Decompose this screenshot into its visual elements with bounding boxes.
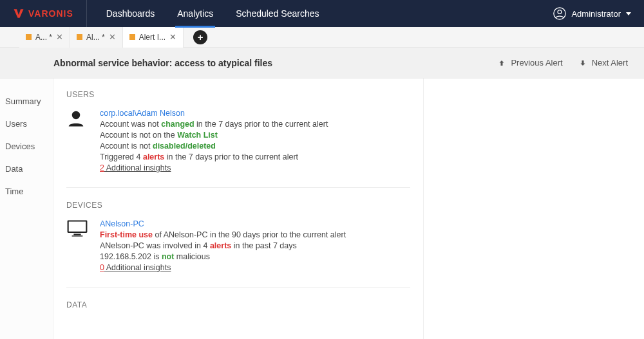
user-menu[interactable]: Administrator xyxy=(553,7,631,20)
devices-line-3: 192.168.5.202 is not malicious xyxy=(100,252,410,261)
top-navbar: VARONIS Dashboards Analytics Scheduled S… xyxy=(0,0,644,27)
svg-rect-5 xyxy=(73,234,80,235)
sidebar-item-users[interactable]: Users xyxy=(0,113,53,135)
tab-label: Alert I... xyxy=(139,33,166,42)
user-name: Administrator xyxy=(571,9,621,19)
tab-label: A... * xyxy=(35,33,52,42)
tab-bar: A... * ✕ Al... * ✕ Alert I... ✕ + xyxy=(0,27,644,48)
previous-alert-label: Previous Alert xyxy=(511,58,562,68)
tab-indicator-icon xyxy=(129,34,135,40)
previous-alert-button[interactable]: Previous Alert xyxy=(498,58,562,68)
tab-2[interactable]: Alert I... ✕ xyxy=(123,27,184,48)
close-icon[interactable]: ✕ xyxy=(56,32,63,42)
nav-analytics[interactable]: Analytics xyxy=(177,0,213,27)
monitor-icon xyxy=(66,219,88,237)
devices-section: DEVICES ANelson-PC First-time use of ANe… xyxy=(66,201,410,288)
user-icon xyxy=(66,109,86,128)
alert-header-bar: Abnormal service behavior: access to aty… xyxy=(0,48,644,78)
user-avatar-icon xyxy=(553,7,566,20)
nav-links: Dashboards Analytics Scheduled Searches xyxy=(106,0,319,27)
nav-scheduled-searches[interactable]: Scheduled Searches xyxy=(236,0,319,27)
sidebar: Summary Users Devices Data Time xyxy=(0,78,53,339)
brand: VARONIS xyxy=(13,0,87,27)
data-section-title: DATA xyxy=(66,300,410,309)
devices-line-1: First-time use of ANelson-PC in the 90 d… xyxy=(100,230,410,239)
chevron-down-icon xyxy=(626,12,631,15)
sidebar-item-devices[interactable]: Devices xyxy=(0,135,53,158)
users-additional-insights[interactable]: 2 Additional insights xyxy=(100,163,410,172)
users-line-4: Triggered 4 alerts in the 7 days prior t… xyxy=(100,152,410,161)
svg-rect-6 xyxy=(72,235,83,236)
users-section: USERS corp.local\Adam Nelson Account was… xyxy=(66,90,410,188)
devices-additional-insights[interactable]: 0 Additional insights xyxy=(100,263,410,272)
devices-line-2: ANelson-PC was involved in 4 alerts in t… xyxy=(100,241,410,250)
arrow-up-icon xyxy=(498,59,506,67)
tab-1[interactable]: Al... * ✕ xyxy=(70,27,123,48)
device-principal-link[interactable]: ANelson-PC xyxy=(100,219,144,228)
sidebar-item-time[interactable]: Time xyxy=(0,180,53,203)
users-line-3: Account is not disabled/deleted xyxy=(100,142,410,151)
user-principal-link[interactable]: corp.local\Adam Nelson xyxy=(100,109,185,118)
tab-indicator-icon xyxy=(77,34,82,40)
close-icon[interactable]: ✕ xyxy=(109,32,116,42)
tab-0[interactable]: A... * ✕ xyxy=(19,27,70,48)
sidebar-item-summary[interactable]: Summary xyxy=(0,90,53,113)
content-wrap: USERS corp.local\Adam Nelson Account was… xyxy=(53,78,644,339)
brand-logo-icon xyxy=(13,8,24,19)
right-pane xyxy=(424,78,644,339)
main-area: Summary Users Devices Data Time USERS co… xyxy=(0,78,644,339)
alert-title: Abnormal service behavior: access to aty… xyxy=(53,58,272,68)
content-panel: USERS corp.local\Adam Nelson Account was… xyxy=(53,78,424,339)
add-tab-button[interactable]: + xyxy=(193,30,207,44)
arrow-down-icon xyxy=(579,59,587,67)
tab-indicator-icon xyxy=(26,34,32,40)
sidebar-item-data[interactable]: Data xyxy=(0,158,53,180)
users-line-2: Account is not on the Watch List xyxy=(100,131,410,140)
devices-section-title: DEVICES xyxy=(66,201,410,210)
tab-label: Al... * xyxy=(86,33,105,42)
svg-point-2 xyxy=(72,111,80,120)
close-icon[interactable]: ✕ xyxy=(169,32,176,42)
nav-dashboards[interactable]: Dashboards xyxy=(106,0,155,27)
data-section: DATA xyxy=(66,300,410,309)
next-alert-label: Next Alert xyxy=(592,58,628,68)
users-section-title: USERS xyxy=(66,90,410,99)
next-alert-button[interactable]: Next Alert xyxy=(579,58,628,68)
brand-text: VARONIS xyxy=(28,0,73,27)
users-line-1: Account was not changed in the 7 days pr… xyxy=(100,120,410,129)
svg-point-1 xyxy=(558,10,562,14)
svg-rect-4 xyxy=(69,222,86,232)
